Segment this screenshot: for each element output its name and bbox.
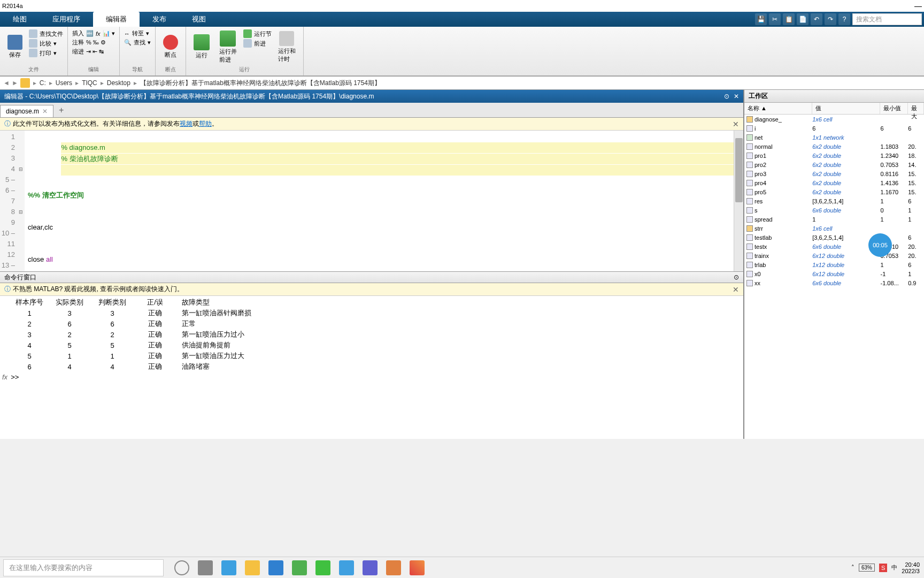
- workspace-variable-row[interactable]: i666: [744, 124, 924, 133]
- task-store-icon[interactable]: [292, 560, 307, 575]
- workspace-variable-row[interactable]: net1x1 network: [744, 133, 924, 142]
- tray-chevron-icon[interactable]: ˄: [851, 564, 854, 571]
- back-icon[interactable]: ◄: [3, 79, 10, 87]
- workspace-variable-row[interactable]: pro26x2 double0.705314.: [744, 160, 924, 169]
- file-tab-close-icon[interactable]: ✕: [42, 108, 48, 115]
- cmd-getstarted-link[interactable]: 快速入门: [151, 285, 177, 294]
- print-button[interactable]: 打印 ▾: [29, 48, 63, 58]
- workspace-variable-row[interactable]: x06x12 double-11: [744, 269, 924, 278]
- editor-scrollbar[interactable]: [734, 131, 743, 271]
- workspace-variable-row[interactable]: pro16x2 double1.234018.: [744, 151, 924, 160]
- breadcrumb-drive[interactable]: C:: [40, 79, 46, 87]
- editor-panel-title: 编辑器 - C:\Users\TIQC\Desktop\【故障诊断分析】基于ma…: [0, 90, 743, 103]
- task-matlab-icon[interactable]: [410, 560, 425, 575]
- code-editor[interactable]: 123 45 –6 – 789 10 –1112 13 –1415 16 –17…: [0, 131, 743, 271]
- tab-plot[interactable]: 绘图: [0, 12, 40, 27]
- tab-view[interactable]: 视图: [179, 12, 219, 27]
- workspace-variable-row[interactable]: diagnose_1x6 cell: [744, 115, 924, 124]
- cmd-video-link[interactable]: 视频: [83, 285, 96, 294]
- tray-ime-icon[interactable]: S: [879, 564, 887, 572]
- workspace-variable-row[interactable]: s6x6 double01: [744, 206, 924, 215]
- tray-time[interactable]: 20:40: [902, 561, 920, 568]
- run-section-button[interactable]: 运行节: [243, 29, 272, 39]
- goto-button[interactable]: ↔ 转至 ▾: [124, 29, 151, 38]
- editor-close-icon[interactable]: ✕: [734, 93, 739, 100]
- task-app1-icon[interactable]: [363, 560, 378, 575]
- copy-icon[interactable]: 📋: [783, 13, 795, 25]
- find-files-button[interactable]: 查找文件: [29, 29, 63, 39]
- editor-dropdown-icon[interactable]: ⊙: [724, 93, 729, 100]
- file-tab-active[interactable]: diagnose.m ✕: [0, 105, 53, 117]
- help-icon[interactable]: ?: [838, 13, 850, 25]
- breadcrumb-users[interactable]: Users: [56, 79, 72, 87]
- run-time-button[interactable]: 运行和 计时: [275, 29, 299, 65]
- breadcrumb-user[interactable]: TIQC: [82, 79, 97, 87]
- windows-taskbar: 在这里输入你要搜索的内容 ˄ 63% S 中 20:40 2022/3: [0, 557, 924, 578]
- workspace-variable-row[interactable]: testx6x6 double0.661020.: [744, 242, 924, 251]
- workspace-variable-row[interactable]: res[3,6,2,5,1,4]16: [744, 196, 924, 206]
- video-link[interactable]: 视频: [180, 119, 192, 128]
- workspace-variable-row[interactable]: pro46x2 double1.413615.: [744, 178, 924, 187]
- tab-editor[interactable]: 编辑器: [93, 12, 140, 27]
- folder-icon[interactable]: [20, 78, 30, 88]
- workspace-variable-row[interactable]: normal6x2 double1.180320.: [744, 142, 924, 151]
- banner-close-icon[interactable]: ✕: [733, 120, 739, 128]
- windows-search-input[interactable]: 在这里输入你要搜索的内容: [3, 559, 164, 576]
- run-button[interactable]: 运行: [190, 29, 213, 65]
- col-max[interactable]: 最大: [908, 103, 924, 114]
- address-bar: ◄ ► ▸ C: ▸ Users ▸ TIQC ▸ Desktop ▸ 【故障诊…: [0, 76, 924, 90]
- advance-button[interactable]: 前进: [243, 39, 272, 48]
- task-edge-icon[interactable]: [221, 560, 236, 575]
- command-window-output[interactable]: 样本序号 实际类别 判断类别 正/误 故障类型 133正确第一缸喷油器针阀磨损2…: [0, 296, 743, 439]
- tray-date[interactable]: 2022/3: [902, 568, 920, 574]
- task-explorer-icon[interactable]: [245, 560, 260, 575]
- task-view-icon[interactable]: [198, 560, 213, 575]
- task-mail-icon[interactable]: [268, 560, 283, 575]
- undo-icon[interactable]: ↶: [811, 13, 822, 25]
- task-ie-icon[interactable]: [339, 560, 354, 575]
- save-quick-icon[interactable]: 💾: [755, 13, 767, 25]
- battery-indicator[interactable]: 63%: [859, 564, 875, 572]
- tab-apps[interactable]: 应用程序: [40, 12, 93, 27]
- forward-icon[interactable]: ►: [12, 79, 18, 87]
- comment-button[interactable]: 注释 % ‰ ⚙: [72, 38, 115, 47]
- tab-publish[interactable]: 发布: [140, 12, 179, 27]
- cmd-dropdown-icon[interactable]: ⊙: [734, 273, 739, 281]
- task-wechat-icon[interactable]: [315, 560, 330, 575]
- workspace-variable-row[interactable]: spread111: [744, 215, 924, 224]
- paste-icon[interactable]: 📄: [797, 13, 808, 25]
- minimize-button[interactable]: —: [914, 2, 922, 10]
- workspace-variable-row[interactable]: trlab1x12 double16: [744, 260, 924, 269]
- help-link[interactable]: 帮助: [199, 119, 212, 128]
- col-value[interactable]: 值: [812, 103, 880, 114]
- cmd-output-row: 322正确第一缸喷油压力过小: [11, 329, 743, 340]
- search-docs-input[interactable]: 搜索文档: [852, 13, 922, 25]
- workspace-variable-row[interactable]: pro36x2 double0.811615.: [744, 169, 924, 178]
- breadcrumb-folder[interactable]: 【故障诊断分析】基于matlab概率神经网络柴油机故障诊断【含Matlab源码 …: [140, 79, 381, 88]
- col-name[interactable]: 名称 ▲: [744, 103, 812, 114]
- workspace-variable-row[interactable]: testlab[3,6,2,5,1,4]16: [744, 233, 924, 242]
- workspace-variable-row[interactable]: xx6x6 double-1.08...0.9: [744, 278, 924, 287]
- indent-button[interactable]: 缩进 ⇥ ⇤ ↹: [72, 47, 115, 56]
- insert-button[interactable]: 插入 🔤 fx 📊 ▾: [72, 29, 115, 38]
- compare-button[interactable]: 比较 ▾: [29, 39, 63, 48]
- workspace-variable-row[interactable]: strr1x6 cell: [744, 224, 924, 233]
- tray-lang-icon[interactable]: 中: [891, 564, 897, 572]
- task-app2-icon[interactable]: [386, 560, 401, 575]
- workspace-variable-row[interactable]: pro56x2 double1.167015.: [744, 187, 924, 196]
- run-advance-button[interactable]: 运行并 前进: [216, 29, 240, 65]
- breadcrumb-desktop[interactable]: Desktop: [107, 79, 130, 87]
- command-prompt: >>: [11, 373, 19, 381]
- col-min[interactable]: 最小值: [880, 103, 908, 114]
- workspace-variable-row[interactable]: trainx6x12 double0.705320.: [744, 251, 924, 260]
- cmd-examples-link[interactable]: 示例: [113, 285, 126, 294]
- workspace-variable-list[interactable]: diagnose_1x6 celli666net1x1 networknorma…: [744, 115, 924, 439]
- cut-icon[interactable]: ✂: [769, 13, 781, 25]
- save-button[interactable]: 保存: [4, 29, 26, 65]
- task-cortana-icon[interactable]: [174, 560, 189, 575]
- find-button[interactable]: 🔍 查找 ▾: [124, 38, 151, 47]
- breakpoints-button[interactable]: 断点: [160, 29, 181, 65]
- cmd-banner-close-icon[interactable]: ✕: [733, 285, 739, 294]
- redo-icon[interactable]: ↷: [825, 13, 836, 25]
- new-file-tab-button[interactable]: +: [53, 103, 69, 117]
